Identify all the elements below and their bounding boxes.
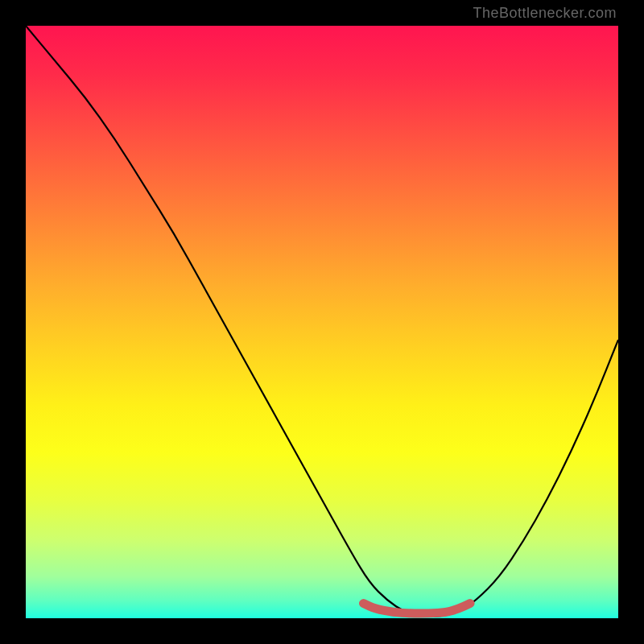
plot-area: [26, 26, 618, 618]
attribution-text: TheBottlenecker.com: [473, 5, 617, 22]
optimal-band: [364, 604, 470, 614]
bottleneck-curve: [26, 26, 618, 617]
chart-container: TheBottlenecker.com: [0, 0, 644, 644]
chart-svg: [26, 26, 618, 618]
